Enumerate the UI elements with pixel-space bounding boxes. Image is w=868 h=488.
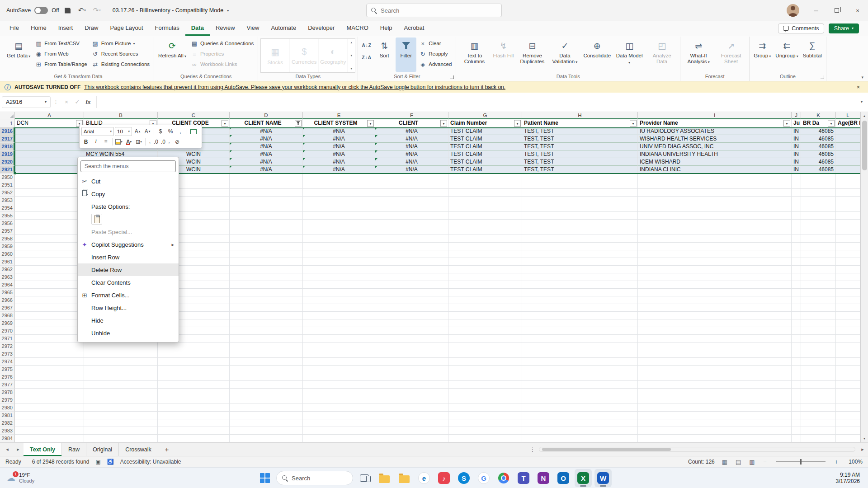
- grid-cell[interactable]: [836, 250, 860, 258]
- row-header[interactable]: 2969: [0, 319, 15, 327]
- grid-cell[interactable]: [448, 243, 522, 250]
- row-header[interactable]: 2966: [0, 296, 15, 304]
- grid-cell[interactable]: [836, 296, 860, 304]
- currencies-button[interactable]: $Currencies: [290, 39, 319, 72]
- teams-icon[interactable]: T: [515, 469, 532, 487]
- grid-cell[interactable]: [522, 373, 638, 381]
- grid-cell[interactable]: [801, 212, 836, 220]
- row-header[interactable]: 2961: [0, 258, 15, 266]
- select-all-corner[interactable]: [0, 112, 15, 119]
- search-input[interactable]: [381, 7, 489, 14]
- grid-cell[interactable]: [375, 319, 448, 327]
- grid-cell[interactable]: [375, 204, 448, 212]
- grid-cell[interactable]: #N/A: [375, 158, 448, 166]
- grid-cell[interactable]: WISHARD HEALTH SERVICES: [638, 135, 792, 143]
- grid-cell[interactable]: [836, 181, 860, 189]
- grid-cell[interactable]: #N/A: [230, 166, 303, 174]
- grid-cell[interactable]: [15, 396, 84, 404]
- row-header[interactable]: 2957: [0, 227, 15, 235]
- grid-cell[interactable]: [638, 181, 792, 189]
- tab-formulas[interactable]: Formulas: [149, 21, 185, 36]
- grid-cell[interactable]: #N/A: [303, 158, 375, 166]
- grid-cell[interactable]: [303, 358, 375, 366]
- sheet-tab-original[interactable]: Original: [86, 443, 119, 456]
- grid-cell[interactable]: #N/A: [375, 166, 448, 174]
- grid-cell[interactable]: [303, 235, 375, 243]
- grid-cell[interactable]: #N/A: [230, 150, 303, 158]
- header-cell-claim-number[interactable]: Claim Number▾: [448, 119, 522, 127]
- grid-cell[interactable]: [638, 358, 792, 366]
- font-size-select[interactable]: 10▾: [115, 127, 132, 136]
- row-header[interactable]: 2983: [0, 427, 15, 435]
- from-table-range-button[interactable]: ⊞From Table/Range: [33, 59, 89, 69]
- grid-cell[interactable]: [303, 266, 375, 273]
- grid-cell[interactable]: [448, 258, 522, 266]
- grid-cell[interactable]: #N/A: [303, 127, 375, 135]
- grid-cell[interactable]: [15, 174, 84, 181]
- grid-cell[interactable]: [836, 281, 860, 289]
- grid-cell[interactable]: [638, 396, 792, 404]
- row-header[interactable]: 2975: [0, 366, 15, 373]
- grid-cell[interactable]: [522, 389, 638, 396]
- grid-cell[interactable]: [522, 212, 638, 220]
- grid-cell[interactable]: [448, 319, 522, 327]
- grid-cell[interactable]: [375, 358, 448, 366]
- row-header[interactable]: 2979: [0, 396, 15, 404]
- zoom-slider[interactable]: [776, 461, 826, 462]
- row-header[interactable]: 2973: [0, 350, 15, 358]
- row-header[interactable]: 2951: [0, 181, 15, 189]
- grid-cell[interactable]: [230, 435, 303, 442]
- grid-cell[interactable]: [638, 343, 792, 350]
- grid-cell[interactable]: [15, 243, 84, 250]
- grid-cell[interactable]: #N/A: [303, 150, 375, 158]
- grid-cell[interactable]: [375, 350, 448, 358]
- grid-cell[interactable]: [836, 266, 860, 273]
- grid-cell[interactable]: [522, 174, 638, 181]
- grid-cell[interactable]: [638, 296, 792, 304]
- grid-cell[interactable]: [303, 373, 375, 381]
- grid-cell[interactable]: [522, 189, 638, 197]
- column-header-h[interactable]: H: [522, 112, 638, 119]
- grid-cell[interactable]: [84, 389, 158, 396]
- grid-cell[interactable]: [303, 404, 375, 412]
- gallery-arrow-icon[interactable]: ▴: [350, 41, 352, 44]
- grid-cell[interactable]: [230, 266, 303, 273]
- grid-cell[interactable]: [836, 212, 860, 220]
- grid-cell[interactable]: [836, 366, 860, 373]
- grid-cell[interactable]: [792, 312, 801, 319]
- grid-cell[interactable]: [230, 250, 303, 258]
- grid-cell[interactable]: [801, 404, 836, 412]
- documents-folder-icon[interactable]: [396, 469, 413, 487]
- grid-cell[interactable]: [801, 312, 836, 319]
- grid-cell[interactable]: [15, 289, 84, 296]
- grid-cell[interactable]: [638, 312, 792, 319]
- grid-cell[interactable]: [801, 296, 836, 304]
- grid-cell[interactable]: [375, 281, 448, 289]
- row-header[interactable]: 2959: [0, 243, 15, 250]
- grid-cell[interactable]: [230, 427, 303, 435]
- grid-cell[interactable]: [375, 181, 448, 189]
- grid-cell[interactable]: [836, 389, 860, 396]
- grid-cell[interactable]: [230, 258, 303, 266]
- grid-cell[interactable]: [230, 197, 303, 204]
- grid-cell[interactable]: [638, 189, 792, 197]
- grid-cell[interactable]: [84, 358, 158, 366]
- grid-cell[interactable]: [303, 396, 375, 404]
- grid-cell[interactable]: #N/A: [230, 127, 303, 135]
- word-icon[interactable]: W: [594, 469, 612, 487]
- grid-cell[interactable]: [836, 435, 860, 442]
- comments-button[interactable]: Comments: [778, 23, 824, 33]
- menu-item-cut[interactable]: ✂Cut: [78, 175, 179, 188]
- grid-cell[interactable]: [522, 296, 638, 304]
- grid-cell[interactable]: [792, 281, 801, 289]
- grid-cell[interactable]: #N/A: [303, 166, 375, 174]
- grid-cell[interactable]: [15, 381, 84, 389]
- grid-cell[interactable]: [15, 204, 84, 212]
- grid-cell[interactable]: [15, 266, 84, 273]
- grid-cell[interactable]: [158, 381, 230, 389]
- grid-cell[interactable]: [836, 166, 860, 174]
- grid-cell[interactable]: [638, 273, 792, 281]
- grid-cell[interactable]: [230, 189, 303, 197]
- grid-cell[interactable]: [303, 427, 375, 435]
- grid-cell[interactable]: [792, 389, 801, 396]
